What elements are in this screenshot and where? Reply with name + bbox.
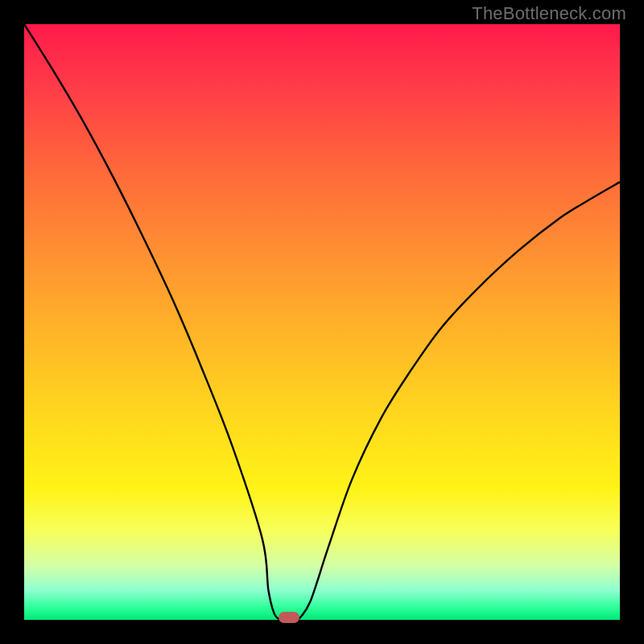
bottleneck-curve-left bbox=[24, 24, 280, 620]
watermark-label: TheBottleneck.com bbox=[472, 3, 626, 24]
chart-frame: TheBottleneck.com bbox=[0, 0, 644, 644]
curve-layer bbox=[24, 24, 620, 620]
bottleneck-curve-right bbox=[298, 182, 620, 620]
optimum-marker bbox=[279, 612, 299, 623]
